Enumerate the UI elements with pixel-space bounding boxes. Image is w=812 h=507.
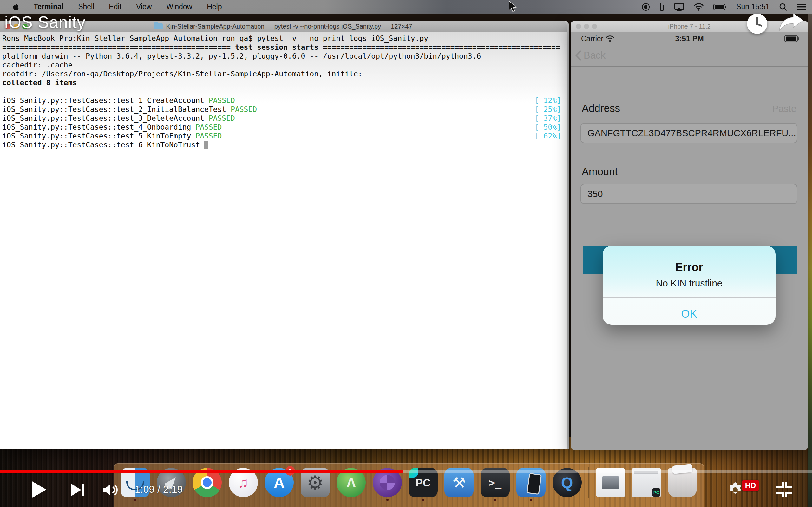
terminal-line: iOS_Sanity.py::TestCases::test_2_Initial…	[2, 105, 561, 114]
back-button[interactable]: Back	[575, 50, 606, 61]
amount-input[interactable]: 350	[580, 184, 798, 204]
terminal-line: iOS_Sanity.py::TestCases::test_6_KinToNo…	[2, 140, 561, 149]
video-settings-gear-icon[interactable]	[726, 481, 744, 499]
running-indicator-dot	[494, 499, 496, 501]
video-progress-bar[interactable]	[0, 469, 812, 473]
simulator-window: iPhone 7 - 11.2 Carrier 3:51 PM	[571, 21, 808, 450]
paperclip-icon[interactable]	[659, 2, 664, 12]
terminal-window: Kin-Stellar-SampleApp-Automation — pytes…	[0, 21, 569, 449]
address-label: Address	[582, 102, 620, 114]
test-progress-percent: [ 37%]	[535, 114, 561, 123]
terminal-output[interactable]: Rons-MacBook-Pro:Kin-Stellar-SampleApp-A…	[0, 32, 567, 149]
running-indicator-dot	[386, 499, 389, 501]
terminal-line	[2, 87, 561, 96]
desktop-wallpaper-sliver	[808, 0, 812, 507]
test-status: PASSED	[209, 96, 235, 105]
ios-clock: 3:51 PM	[571, 34, 808, 43]
terminal-line: iOS_Sanity.py::TestCases::test_4_Onboard…	[2, 123, 561, 131]
mouse-cursor	[508, 1, 518, 13]
screen: TerminalShellEditViewWindowHelp	[0, 0, 812, 507]
simulator-title-bar[interactable]: iPhone 7 - 11.2	[571, 21, 808, 32]
wifi-icon[interactable]	[694, 3, 704, 11]
terminal-line: collected 8 items	[2, 78, 561, 87]
menu-item-terminal[interactable]: Terminal	[34, 3, 63, 11]
terminal-line: cachedir: .cache	[2, 60, 561, 69]
folder-icon	[154, 23, 163, 30]
menu-items: TerminalShellEditViewWindowHelp	[34, 3, 222, 11]
minimize-window-icon[interactable]	[584, 24, 589, 29]
terminal-line: ========================================…	[2, 43, 561, 52]
theater-mode-button[interactable]	[776, 482, 793, 498]
alert-ok-button[interactable]: OK	[603, 302, 775, 325]
notification-center-icon[interactable]	[797, 3, 806, 11]
menu-bar-status-icons: Sun 15:51	[642, 0, 806, 14]
test-progress-percent: [ 12%]	[535, 96, 561, 105]
test-status: PASSED	[209, 114, 235, 122]
battery-icon[interactable]	[713, 3, 727, 10]
running-indicator-dot	[134, 499, 136, 501]
alert-title: Error	[603, 261, 775, 274]
simulator-window-title: iPhone 7 - 11.2	[668, 23, 711, 30]
terminal-line: platform darwin -- Python 3.6.4, pytest-…	[2, 52, 561, 60]
test-status: PASSED	[231, 105, 257, 113]
zoom-window-icon[interactable]	[592, 24, 597, 29]
apple-menu-icon[interactable]	[12, 3, 20, 11]
terminal-line: iOS_Sanity.py::TestCases::test_1_CreateA…	[2, 96, 561, 105]
menu-bar: TerminalShellEditViewWindowHelp	[0, 0, 812, 14]
menu-item-window[interactable]: Window	[166, 3, 192, 11]
volume-button[interactable]	[102, 483, 119, 497]
running-indicator-dot	[530, 499, 532, 501]
terminal-line: Rons-MacBook-Pro:Kin-Stellar-SampleApp-A…	[2, 34, 561, 43]
address-input[interactable]: GANFGTTCZL3D477BSCPR4RMUCX6RLERFU...	[580, 123, 798, 143]
video-progress-fill	[0, 469, 403, 473]
ios-status-bar: Carrier 3:51 PM	[571, 32, 808, 45]
test-progress-percent: [ 25%]	[535, 105, 561, 114]
terminal-window-title: Kin-Stellar-SampleApp-Automation — pytes…	[154, 23, 412, 30]
menu-bar-clock[interactable]: Sun 15:51	[736, 3, 769, 11]
paste-button[interactable]: Paste	[772, 103, 797, 114]
navigation-bar: Back	[571, 45, 808, 66]
terminal-line: iOS_Sanity.py::TestCases::test_3_DeleteA…	[2, 114, 561, 123]
screen-record-icon[interactable]	[642, 3, 650, 11]
alert-divider	[603, 297, 775, 297]
battery-icon	[784, 35, 799, 43]
airplay-icon[interactable]	[674, 3, 684, 11]
clock-overlay-icon	[747, 14, 767, 34]
terminal-line: rootdir: /Users/ron-qa/Desktop/Projects/…	[2, 69, 561, 78]
error-alert-dialog: Error No KIN trustline OK	[603, 245, 775, 325]
test-status: PASSED	[195, 132, 222, 140]
terminal-cursor	[204, 141, 208, 149]
next-video-button[interactable]	[70, 483, 85, 497]
terminal-line: iOS_Sanity.py::TestCases::test_5_KinToEm…	[2, 131, 561, 140]
menu-item-view[interactable]: View	[136, 3, 152, 11]
share-arrow-overlay-icon	[779, 13, 804, 32]
close-window-icon[interactable]	[576, 24, 581, 29]
menu-item-shell[interactable]: Shell	[78, 3, 94, 11]
test-progress-percent: [ 50%]	[535, 123, 561, 131]
menu-item-help[interactable]: Help	[207, 3, 222, 11]
play-button[interactable]	[31, 481, 47, 499]
chevron-left-icon	[575, 50, 582, 61]
simulator-traffic-lights	[576, 24, 597, 29]
spotlight-search-icon[interactable]	[779, 3, 787, 11]
video-time-display: 1:09 / 2:19	[135, 484, 183, 495]
menu-item-edit[interactable]: Edit	[109, 3, 121, 11]
test-progress-percent: [ 62%]	[535, 131, 561, 140]
test-status: PASSED	[195, 123, 222, 131]
hd-quality-badge: HD	[742, 480, 759, 491]
alert-message: No KIN trustline	[603, 278, 775, 289]
video-title-overlay: iOS Sanity	[4, 13, 86, 32]
amount-label: Amount	[582, 166, 618, 178]
running-indicator-dot	[422, 499, 424, 501]
